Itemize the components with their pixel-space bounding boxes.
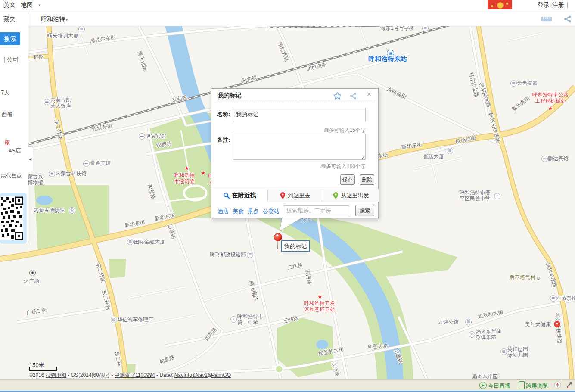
sidebar-item-4s-store[interactable]: 4S店 xyxy=(9,147,21,155)
copyright-text: ©2016 xyxy=(29,372,46,378)
chevron-down-icon[interactable]: ▼ xyxy=(38,3,41,7)
marker-tooltip: 我的标记 xyxy=(281,240,310,252)
share-map-icon[interactable] xyxy=(563,15,572,23)
category-links: 酒店美食景点公交站 xyxy=(218,207,283,215)
share-icon[interactable] xyxy=(349,92,357,100)
category-link[interactable]: 美食 xyxy=(233,208,244,215)
pin-tool-icon[interactable] xyxy=(566,381,573,389)
sidebar-search-button[interactable]: 搜索 xyxy=(0,32,20,45)
tab-search[interactable]: 在附近找 xyxy=(211,189,267,202)
save-button[interactable]: 保存 xyxy=(340,174,355,185)
marker-note-textarea[interactable] xyxy=(233,134,366,160)
top-navigation-bar: 英文 地图 ▼ 登录 注册 | xyxy=(0,0,575,12)
register-link[interactable]: 注册 xyxy=(552,1,564,9)
sidebar-item-zuo[interactable]: 座 xyxy=(4,139,10,147)
copyright-text: - GS(2014)6048号 - xyxy=(66,372,115,378)
sidebar-item-ticket-office[interactable]: 票代售点 xyxy=(1,172,22,180)
qr-code[interactable] xyxy=(0,193,27,244)
live-today-link[interactable]: 今日直播 xyxy=(488,382,510,390)
name-hint: 最多可输入15个字 xyxy=(259,127,366,134)
popup-tabs: 在附近找到这里去从这里出发 xyxy=(211,189,379,202)
map-menu[interactable]: 地图 xyxy=(21,1,33,9)
sogou-map-app: 海拉尔东街二环路东二环路腾飞北路东站西路京包线京包线北垣东街北垣东街东站南街双拥… xyxy=(0,0,575,392)
favorite-star-icon[interactable] xyxy=(333,92,342,100)
phone-icon xyxy=(519,381,525,389)
pond xyxy=(316,340,328,349)
sidebar-collapse-button[interactable]: ◀ xyxy=(28,146,33,172)
category-link[interactable]: 公交站 xyxy=(263,208,280,215)
category-link[interactable]: 景点 xyxy=(248,208,259,215)
nearby-search-input[interactable] xyxy=(284,205,349,215)
divider xyxy=(215,103,375,103)
divider: | xyxy=(567,1,569,8)
copyright-text: & xyxy=(208,372,211,378)
map-copyright: ©2016 搜狗地图 - GS(2014)6048号 - 甲测资字1100994… xyxy=(29,372,231,379)
compass-icon[interactable] xyxy=(554,381,561,389)
nearby-search-button[interactable]: 搜索 xyxy=(355,205,374,216)
bottom-status-bar: ▶ 今日直播 跨屏浏览 xyxy=(0,379,575,391)
map-toolbar: 呼和浩特 ▼ xyxy=(28,12,575,26)
popup-callout-pointer xyxy=(276,217,310,234)
cross-screen-browse-link[interactable]: 跨屏浏览 xyxy=(526,382,548,390)
copyright-link[interactable]: NavInfo&Nav2 xyxy=(174,372,208,378)
sidebar-item-company[interactable]: | 公司 xyxy=(3,56,19,64)
language-link[interactable]: 英文 xyxy=(3,1,16,9)
popup-title: 我的标记 xyxy=(218,92,242,100)
city-selector[interactable]: 呼和浩特 xyxy=(41,16,65,23)
delete-button[interactable]: 删除 xyxy=(360,174,374,185)
tab-red-pin[interactable]: 到这里去 xyxy=(267,189,322,202)
sidebar-item-western-food[interactable]: 西餐 xyxy=(2,111,13,118)
left-sidebar-panel: 藏夹 搜索 | 公司 7天 西餐 座 4S店 票代售点 xyxy=(0,12,28,243)
map-scale-bar xyxy=(29,367,57,371)
close-icon[interactable]: × xyxy=(367,90,371,99)
name-field-label: 名称: xyxy=(217,111,230,118)
chevron-down-icon[interactable]: ▼ xyxy=(65,18,68,22)
popup-footer: 酒店美食景点公交站 搜索 xyxy=(211,202,379,219)
copyright-link[interactable]: 搜狗地图 xyxy=(46,372,66,378)
copyright-text: - Data© xyxy=(155,372,174,378)
note-hint: 最多可输入100个字 xyxy=(259,163,366,170)
marker-name-input[interactable] xyxy=(233,108,366,121)
copyright-link[interactable]: PalmGO xyxy=(211,372,231,378)
category-link[interactable]: 酒店 xyxy=(218,208,229,215)
copyright-link[interactable]: 甲测资字1100994 xyxy=(115,372,155,378)
play-icon: ▶ xyxy=(479,382,487,389)
note-field-label: 备注: xyxy=(217,136,230,144)
favorites-label[interactable]: 藏夹 xyxy=(3,16,16,23)
sidebar-item-7days[interactable]: 7天 xyxy=(1,89,9,96)
pond xyxy=(36,196,53,205)
my-marker-popup: 我的标记 × 名称: 最多可输入15个字 备注: 最多可输入100个字 保存 删… xyxy=(211,88,379,218)
red-envelope-promo-icon[interactable] xyxy=(488,0,512,9)
login-link[interactable]: 登录 xyxy=(538,1,550,9)
ruler-measure-icon[interactable] xyxy=(541,16,552,22)
tab-green-pin[interactable]: 从这里出发 xyxy=(322,189,379,202)
